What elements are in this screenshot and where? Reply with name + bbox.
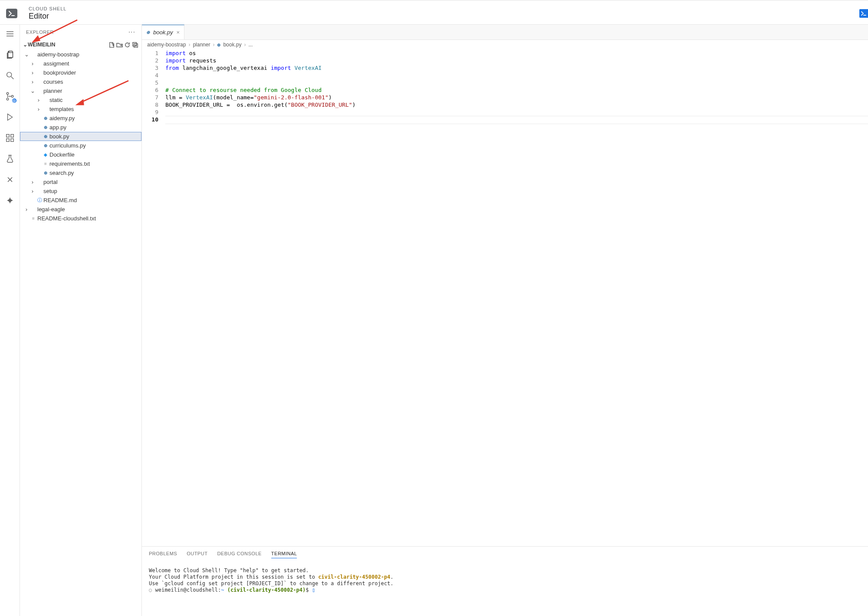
panel-tab-output[interactable]: OUTPUT <box>187 549 207 558</box>
activity-explorer-icon[interactable] <box>4 49 16 60</box>
tree-file[interactable]: ≡README-cloudshell.txt <box>20 214 141 223</box>
code-line[interactable]: 1import os <box>142 49 868 57</box>
code-line[interactable]: 8BOOK_PROVIDER_URL = os.environ.get("BOO… <box>142 101 868 108</box>
chevron-right-icon[interactable]: › <box>23 205 30 214</box>
code-content: import os <box>165 49 196 57</box>
collapse-all-icon[interactable] <box>131 41 139 49</box>
line-number: 4 <box>142 72 165 79</box>
new-file-icon[interactable] <box>108 41 115 49</box>
line-number: 3 <box>142 64 165 72</box>
activity-extensions-icon[interactable] <box>4 132 16 144</box>
svg-point-1 <box>7 92 9 95</box>
chevron-down-icon[interactable]: ⌄ <box>30 86 36 95</box>
chevron-right-icon[interactable]: › <box>36 95 42 105</box>
tree-folder[interactable]: ›assigment <box>20 59 141 68</box>
tree-label: app.py <box>49 123 66 132</box>
tree-label: templates <box>49 105 74 114</box>
chevron-right-icon[interactable]: › <box>36 105 42 114</box>
chevron-down-icon[interactable]: ⌄ <box>23 42 28 48</box>
terminal[interactable]: Welcome to Cloud Shell! Type "help" to g… <box>142 558 868 616</box>
panel-tab-terminal[interactable]: TERMINAL <box>271 549 297 558</box>
line-number: 2 <box>142 57 165 64</box>
code-line[interactable]: 10 <box>142 116 868 124</box>
text-file-icon: ≡ <box>42 159 49 168</box>
text-file-icon: ≡ <box>30 214 37 223</box>
tab-book-py[interactable]: ⊕ book.py × <box>142 25 184 39</box>
cloud-shell-logo-icon <box>6 9 17 18</box>
python-file-icon: ⊕ <box>42 123 49 132</box>
tree-file[interactable]: ⊕aidemy.py <box>20 114 141 123</box>
code-line[interactable]: 6# Connect to resourse needed from Googl… <box>142 86 868 94</box>
tree-file[interactable]: ⊕app.py <box>20 123 141 132</box>
tree-label: aidemy-boostrap <box>37 50 79 59</box>
panel-tab-debug-console[interactable]: DEBUG CONSOLE <box>217 549 261 558</box>
activity-tests-icon[interactable] <box>4 153 16 164</box>
tree-label: Dockerfile <box>49 150 75 159</box>
breadcrumb[interactable]: aidemy-boostrap› planner› ⊕ book.py› ... <box>142 40 868 49</box>
code-content: BOOK_PROVIDER_URL = os.environ.get("BOOK… <box>165 101 355 108</box>
tree-file[interactable]: ⊕curriculums.py <box>20 141 141 150</box>
code-content: # Connect to resourse needed from Google… <box>165 86 322 94</box>
cloud-shell-header: CLOUD SHELL Editor <box>0 3 868 25</box>
tree-file[interactable]: ◆Dockerfile <box>20 150 141 159</box>
refresh-icon[interactable] <box>123 41 131 49</box>
activity-search-icon[interactable] <box>4 70 16 81</box>
svg-point-2 <box>7 98 9 100</box>
code-line[interactable]: 3from langchain_google_vertexai import V… <box>142 64 868 72</box>
activity-source-control-icon[interactable] <box>4 91 16 102</box>
tree-folder[interactable]: ›portal <box>20 177 141 187</box>
terminal-line: Welcome to Cloud Shell! Type "help" to g… <box>149 567 309 573</box>
activity-bar <box>0 25 20 616</box>
activity-gemini-icon[interactable] <box>4 195 16 206</box>
activity-cloud-code-icon[interactable] <box>4 174 16 185</box>
panel-tabs: PROBLEMSOUTPUTDEBUG CONSOLETERMINAL <box>142 547 868 558</box>
tree-folder[interactable]: ›legal-eagle <box>20 205 141 214</box>
chevron-right-icon[interactable]: › <box>30 68 36 77</box>
code-content: from langchain_google_vertexai import Ve… <box>165 64 322 72</box>
tree-folder[interactable]: ⌄planner <box>20 86 141 95</box>
chevron-down-icon[interactable]: ⌄ <box>23 50 30 59</box>
svg-rect-7 <box>10 139 13 141</box>
breadcrumb-seg[interactable]: book.py <box>223 42 241 48</box>
tree-folder[interactable]: ›setup <box>20 187 141 196</box>
menu-icon[interactable] <box>4 28 16 39</box>
breadcrumb-seg[interactable]: aidemy-boostrap <box>147 42 186 48</box>
new-folder-icon[interactable] <box>115 41 123 49</box>
tree-folder[interactable]: ›static <box>20 95 141 105</box>
explorer-panel: EXPLORER ··· ⌄ WEIMEILIN ⌄aidemy-boostra… <box>20 25 142 616</box>
open-terminal-button[interactable] <box>859 9 868 18</box>
line-number: 8 <box>142 101 165 108</box>
svg-point-0 <box>7 72 11 77</box>
tree-label: planner <box>43 86 62 95</box>
activity-run-icon[interactable] <box>4 111 16 123</box>
code-line[interactable]: 2import requests <box>142 57 868 64</box>
tree-folder[interactable]: ›courses <box>20 77 141 86</box>
docker-file-icon: ◆ <box>42 150 49 159</box>
code-line[interactable]: 9 <box>142 108 868 116</box>
code-editor[interactable]: 1import os2import requests3from langchai… <box>142 49 868 546</box>
panel-tab-problems[interactable]: PROBLEMS <box>149 549 177 558</box>
tree-label: static <box>49 95 62 105</box>
svg-point-3 <box>11 95 13 98</box>
tree-file[interactable]: ⓘREADME.md <box>20 196 141 205</box>
chevron-right-icon[interactable]: › <box>30 77 36 86</box>
chevron-right-icon[interactable]: › <box>30 59 36 68</box>
tree-file[interactable]: ≡requirements.txt <box>20 159 141 168</box>
breadcrumb-seg[interactable]: ... <box>248 42 253 48</box>
explorer-more-icon[interactable]: ··· <box>128 28 135 36</box>
tree-folder[interactable]: ›bookprovider <box>20 68 141 77</box>
tree-file[interactable]: ⊕book.py <box>20 132 141 141</box>
tree-file[interactable]: ⊕search.py <box>20 168 141 177</box>
code-line[interactable]: 4 <box>142 72 868 79</box>
code-line[interactable]: 7llm = VertexAI(model_name="gemini-2.0-f… <box>142 94 868 101</box>
tree-folder[interactable]: ›templates <box>20 105 141 114</box>
file-tree[interactable]: ⌄aidemy-boostrap›assigment›bookprovider›… <box>20 50 141 223</box>
tree-folder[interactable]: ⌄aidemy-boostrap <box>20 50 141 59</box>
close-tab-icon[interactable]: × <box>177 29 180 36</box>
breadcrumb-seg[interactable]: planner <box>193 42 210 48</box>
tree-label: requirements.txt <box>49 159 90 168</box>
chevron-right-icon[interactable]: › <box>30 177 36 187</box>
code-line[interactable]: 5 <box>142 79 868 86</box>
chevron-right-icon[interactable]: › <box>30 187 36 196</box>
code-content <box>165 108 169 116</box>
